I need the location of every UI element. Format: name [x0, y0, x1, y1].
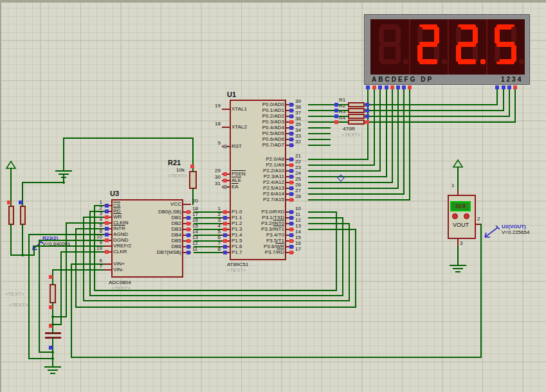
pin-state-indicator: [390, 85, 394, 89]
pin-state-indicator: [402, 85, 406, 89]
wire[interactable]: [75, 307, 356, 308]
wire[interactable]: [10, 224, 12, 256]
pin-number: 11: [295, 212, 300, 217]
wire[interactable]: [71, 263, 72, 358]
resistor-body[interactable]: [348, 120, 365, 125]
ground-icon[interactable]: [59, 174, 69, 175]
wire[interactable]: [355, 229, 356, 308]
pin-label: ALE: [232, 177, 241, 184]
wire[interactable]: [367, 88, 369, 160]
wire[interactable]: [514, 88, 516, 123]
pin-number: 3: [83, 211, 102, 217]
sensor-increase-button[interactable]: [452, 213, 458, 219]
wire[interactable]: [496, 88, 498, 105]
wire[interactable]: [349, 223, 350, 301]
pin-state-indicator: [223, 245, 227, 249]
wire[interactable]: [308, 145, 331, 146]
wire[interactable]: [89, 295, 343, 296]
segment-g: [419, 42, 437, 47]
resistor-body[interactable]: [348, 102, 365, 107]
resistor-body[interactable]: [348, 114, 365, 119]
power-arrow-icon[interactable]: [451, 159, 464, 170]
pin-state-indicator: [408, 85, 412, 89]
wire[interactable]: [364, 121, 516, 123]
ground-icon[interactable]: [455, 271, 460, 272]
wire[interactable]: [308, 133, 331, 134]
wire[interactable]: [52, 269, 105, 271]
resistor-body[interactable]: [348, 108, 365, 113]
pin-state-indicator: [289, 198, 293, 202]
wire[interactable]: [52, 316, 67, 317]
segment-dp: [403, 59, 408, 64]
ground-icon[interactable]: [450, 265, 466, 266]
resistor-r1-ref: R1: [339, 97, 345, 103]
wire[interactable]: [83, 300, 350, 301]
wire[interactable]: [194, 252, 224, 253]
wire[interactable]: [94, 290, 337, 291]
sensor-vout-label: VOUT: [453, 222, 469, 228]
wire[interactable]: [308, 182, 393, 183]
wire[interactable]: [397, 88, 399, 189]
wire[interactable]: [63, 138, 194, 139]
wire[interactable]: [457, 246, 459, 265]
pin-label: VIN-: [113, 267, 123, 273]
pin-number: 18: [192, 206, 198, 211]
wire[interactable]: [39, 240, 40, 353]
wire[interactable]: [364, 104, 498, 105]
wire[interactable]: [374, 88, 375, 166]
resistor-r21[interactable]: [189, 171, 197, 189]
wire[interactable]: [379, 88, 381, 172]
wire[interactable]: [392, 88, 393, 183]
wire[interactable]: [308, 104, 349, 105]
wire[interactable]: [308, 217, 343, 218]
wire[interactable]: [308, 170, 381, 172]
wire[interactable]: [308, 165, 375, 166]
wire[interactable]: [308, 223, 350, 224]
wire[interactable]: [308, 121, 349, 123]
wire[interactable]: [457, 166, 459, 190]
wire[interactable]: [22, 182, 64, 183]
wire[interactable]: [22, 224, 23, 256]
wire[interactable]: [308, 193, 405, 195]
ground-icon[interactable]: [453, 268, 463, 269]
wire[interactable]: [503, 88, 504, 111]
wire[interactable]: [28, 234, 30, 359]
wire[interactable]: [28, 358, 53, 359]
wire[interactable]: [308, 139, 331, 140]
wire[interactable]: [308, 199, 410, 200]
wire[interactable]: [308, 159, 369, 160]
pin-state-indicator: [7, 200, 11, 204]
wire[interactable]: [509, 88, 510, 117]
wire[interactable]: [308, 229, 356, 230]
wire[interactable]: [386, 88, 387, 177]
wire[interactable]: [308, 110, 349, 111]
wire[interactable]: [308, 176, 387, 177]
wire[interactable]: [71, 357, 482, 358]
wire[interactable]: [308, 188, 399, 189]
resistor-divider-a[interactable]: [8, 206, 14, 225]
resistor-clock-rc[interactable]: [50, 284, 56, 303]
wire[interactable]: [308, 127, 331, 129]
sensor-decrease-button[interactable]: [464, 213, 469, 219]
ground-icon[interactable]: [61, 177, 66, 178]
wire[interactable]: [308, 211, 337, 213]
ground-icon[interactable]: [55, 170, 72, 172]
wire[interactable]: [60, 251, 62, 325]
pin-state-indicator: [289, 163, 293, 167]
ground-icon[interactable]: [48, 370, 58, 371]
wire[interactable]: [60, 251, 105, 253]
pin-state-indicator: [289, 239, 293, 243]
wire[interactable]: [63, 138, 64, 171]
wire[interactable]: [308, 116, 349, 117]
power-arrow-icon[interactable]: [5, 161, 17, 171]
pin-number: 15: [295, 235, 301, 240]
pin-state-indicator: [334, 109, 338, 112]
resistor-divider-b[interactable]: [20, 206, 26, 225]
wire[interactable]: [364, 110, 504, 111]
wire[interactable]: [364, 116, 510, 117]
ground-icon[interactable]: [44, 366, 61, 368]
pin-number: 16: [192, 218, 198, 223]
ground-icon[interactable]: [50, 373, 55, 374]
pin-state-indicator: [378, 85, 382, 89]
wire[interactable]: [480, 224, 482, 358]
